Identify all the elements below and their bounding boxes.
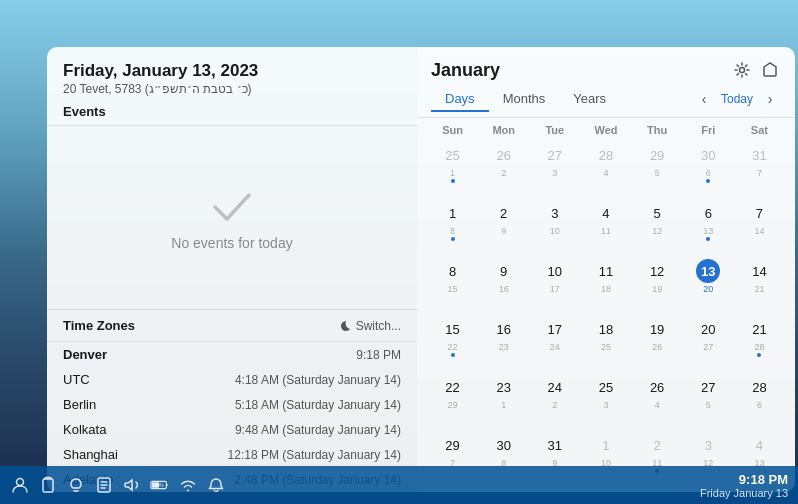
day-cell[interactable]: 27 3 <box>529 140 580 198</box>
week-row: 25 1 26 2 27 3 28 4 29 5 30 6 31 7 <box>427 140 785 198</box>
day-cell[interactable]: 21 28 <box>734 314 785 372</box>
day-small: 5 <box>706 400 711 410</box>
tz-city: UTC <box>63 372 90 387</box>
week-row: 1 8 2 9 3 10 4 11 5 12 6 13 7 14 <box>427 198 785 256</box>
day-cell[interactable]: 29 5 <box>632 140 683 198</box>
event-dot <box>706 179 710 183</box>
day-cell[interactable]: 2 9 <box>478 198 529 256</box>
day-cell[interactable]: 25 1 <box>427 140 478 198</box>
day-small: 14 <box>754 226 764 236</box>
battery-icon[interactable]: 49% <box>150 475 170 495</box>
prev-month-btn[interactable]: ‹ <box>693 88 715 110</box>
day-small: 13 <box>703 226 713 236</box>
day-small: 2 <box>501 168 506 178</box>
day-cell[interactable]: 1 8 <box>427 198 478 256</box>
day-number: 10 <box>543 259 567 283</box>
day-number: 31 <box>747 143 771 167</box>
cal-settings-icon[interactable] <box>731 59 753 81</box>
day-small: 4 <box>603 168 608 178</box>
day-cell[interactable]: 23 1 <box>478 372 529 430</box>
week-row: 22 29 23 1 24 2 25 3 26 4 27 5 28 6 <box>427 372 785 430</box>
day-cell[interactable]: 11 18 <box>580 256 631 314</box>
day-cell[interactable]: 22 29 <box>427 372 478 430</box>
day-small: 3 <box>603 400 608 410</box>
day-cell[interactable]: 16 23 <box>478 314 529 372</box>
wifi-icon[interactable] <box>178 475 198 495</box>
day-cell[interactable]: 28 6 <box>734 372 785 430</box>
tab-months[interactable]: Months <box>489 87 560 112</box>
day-number: 20 <box>696 317 720 341</box>
person-icon[interactable] <box>10 475 30 495</box>
day-small: 3 <box>552 168 557 178</box>
day-number: 18 <box>594 317 618 341</box>
day-cell[interactable]: 20 27 <box>683 314 734 372</box>
dow-header: Fri <box>683 122 734 138</box>
timezone-row: Berlin 5:18 AM (Saturday January 14) <box>47 392 417 417</box>
day-cell[interactable]: 13 20 <box>683 256 734 314</box>
clipboard-icon[interactable] <box>38 475 58 495</box>
day-number: 4 <box>594 201 618 225</box>
day-cell[interactable]: 26 4 <box>632 372 683 430</box>
day-small: 27 <box>703 342 713 352</box>
day-cell[interactable]: 25 3 <box>580 372 631 430</box>
day-cell[interactable]: 15 22 <box>427 314 478 372</box>
speaker-icon[interactable] <box>122 475 142 495</box>
day-number: 5 <box>645 201 669 225</box>
day-cell[interactable]: 5 12 <box>632 198 683 256</box>
left-panel: Friday, January 13, 2023 20 Tevet, 5783 … <box>47 47 417 492</box>
day-number: 1 <box>441 201 465 225</box>
timezone-row: UTC 4:18 AM (Saturday January 14) <box>47 367 417 392</box>
day-cell[interactable]: 18 25 <box>580 314 631 372</box>
day-small: 1 <box>450 168 455 178</box>
dow-header: Tue <box>529 122 580 138</box>
timezone-switch-btn[interactable]: Switch... <box>338 319 401 333</box>
day-cell[interactable]: 24 2 <box>529 372 580 430</box>
dow-header: Sat <box>734 122 785 138</box>
day-cell[interactable]: 12 19 <box>632 256 683 314</box>
tab-years[interactable]: Years <box>559 87 620 112</box>
date-main: Friday, January 13, 2023 <box>63 61 401 81</box>
day-cell[interactable]: 10 17 <box>529 256 580 314</box>
day-number: 9 <box>492 259 516 283</box>
day-cell[interactable]: 14 21 <box>734 256 785 314</box>
lightbulb-icon[interactable] <box>66 475 86 495</box>
tz-city: Denver <box>63 347 107 362</box>
dow-header: Wed <box>580 122 631 138</box>
today-btn[interactable]: Today <box>717 92 757 106</box>
day-cell[interactable]: 28 4 <box>580 140 631 198</box>
checkmark-icon <box>207 185 257 225</box>
day-cell[interactable]: 4 11 <box>580 198 631 256</box>
day-number: 14 <box>747 259 771 283</box>
day-number: 16 <box>492 317 516 341</box>
sys-time-date: Friday January 13 <box>700 487 788 499</box>
svg-point-0 <box>740 68 745 73</box>
day-cell[interactable]: 26 2 <box>478 140 529 198</box>
svg-rect-2 <box>43 479 53 492</box>
taskbar: 49% 9:18 PM Friday January 13 <box>0 466 798 504</box>
day-cell[interactable]: 9 16 <box>478 256 529 314</box>
day-number: 3 <box>696 433 720 457</box>
day-cell[interactable]: 7 14 <box>734 198 785 256</box>
day-number: 11 <box>594 259 618 283</box>
next-month-btn[interactable]: › <box>759 88 781 110</box>
timezone-section: Time Zones Switch... Denver 9:18 PM UTC … <box>47 309 417 492</box>
cal-expand-icon[interactable] <box>759 59 781 81</box>
day-cell[interactable]: 3 10 <box>529 198 580 256</box>
day-small: 21 <box>754 284 764 294</box>
day-cell[interactable]: 17 24 <box>529 314 580 372</box>
day-cell[interactable]: 30 6 <box>683 140 734 198</box>
tz-time: 9:48 AM (Saturday January 14) <box>235 423 401 437</box>
day-cell[interactable]: 6 13 <box>683 198 734 256</box>
day-number: 28 <box>594 143 618 167</box>
day-cell[interactable]: 19 26 <box>632 314 683 372</box>
day-number: 2 <box>645 433 669 457</box>
tab-days[interactable]: Days <box>431 87 489 112</box>
day-small: 17 <box>550 284 560 294</box>
day-number: 7 <box>747 201 771 225</box>
day-cell[interactable]: 8 15 <box>427 256 478 314</box>
day-cell[interactable]: 31 7 <box>734 140 785 198</box>
notification-icon[interactable] <box>206 475 226 495</box>
event-dot <box>757 353 761 357</box>
file-icon[interactable] <box>94 475 114 495</box>
day-cell[interactable]: 27 5 <box>683 372 734 430</box>
